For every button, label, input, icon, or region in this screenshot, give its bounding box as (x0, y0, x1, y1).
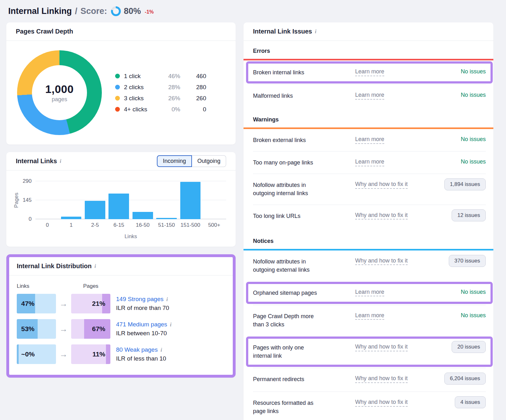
x-tick-label: 6-15 (107, 222, 131, 228)
bar-slots (35, 181, 226, 219)
bar-slot (59, 181, 83, 219)
legend-value: 260 (180, 95, 206, 102)
issue-help-link[interactable]: Why and how to fix it (355, 399, 408, 405)
info-icon[interactable]: i (166, 297, 168, 302)
issue-help-link[interactable]: Learn more (355, 136, 384, 143)
issue-count-badge[interactable]: 6,204 issues (444, 373, 486, 385)
internal-links-title-group: Internal Links i (16, 158, 61, 165)
issue-help-link[interactable]: Why and how to fix it (355, 375, 408, 382)
section-severity-bar (244, 59, 493, 60)
issue-count-badge[interactable]: 1,894 issues (444, 178, 486, 190)
issue-help-link[interactable]: Learn more (355, 68, 384, 75)
issue-help-link[interactable]: Why and how to fix it (355, 212, 408, 219)
internal-link-issues-card: Internal Link Issues i Errors Broken int… (244, 22, 493, 420)
issue-help-link[interactable]: Learn more (355, 92, 384, 98)
issue-help-link[interactable]: Learn more (355, 289, 384, 295)
issue-row: Broken external links Learn more No issu… (253, 129, 486, 151)
content-layout: Pages Crawl Depth 1,000 pages 1 click 46… (6, 22, 493, 420)
issue-label: Broken external links (253, 136, 321, 144)
section-rows: Nofollow attributes in outgoing external… (253, 250, 486, 420)
distribution-title: Internal Link Distribution (17, 262, 92, 270)
pages-link-row: 149 Strong pages i (116, 296, 169, 303)
x-tick-label: 16-50 (131, 222, 155, 228)
info-icon[interactable]: i (95, 263, 96, 269)
links-share-percent: 47% (21, 300, 34, 307)
links-share-bar: 53% (17, 319, 56, 339)
issue-label: Pages with only one internal link (253, 343, 321, 360)
no-issues-status: No issues (461, 289, 486, 295)
issue-row: Too many on-page links Learn more No iss… (253, 151, 486, 174)
issue-help-link[interactable]: Why and how to fix it (355, 343, 408, 350)
issue-help-link[interactable]: Learn more (355, 312, 384, 319)
incoming-outgoing-toggle: IncomingOutgoing (157, 155, 226, 167)
issue-count-badge[interactable]: 370 issues (449, 255, 486, 267)
no-issues-status: No issues (461, 136, 486, 142)
issue-help-link[interactable]: Learn more (355, 158, 384, 165)
internal-links-title: Internal Links (16, 158, 57, 165)
pages-group-link[interactable]: 80 Weak pages (116, 346, 158, 353)
links-share-bar: 47% (17, 294, 56, 313)
highlight-outline: Broken internal links Learn more No issu… (246, 61, 493, 83)
toggle-outgoing-button[interactable]: Outgoing (192, 155, 226, 167)
distribution-info: 149 Strong pages i ILR of more than 70 (116, 296, 169, 312)
legend-dot-icon (115, 85, 120, 90)
arrow-right-icon: → (56, 299, 71, 309)
issue-help-link[interactable]: Why and how to fix it (355, 181, 408, 188)
links-share-percent: ~0% (21, 350, 35, 358)
x-tick-label: 0 (35, 222, 59, 228)
ilr-description: ILR between 10-70 (116, 330, 171, 337)
issue-label: Malformed links (253, 92, 321, 100)
legend-value: 280 (180, 84, 206, 91)
score-delta-badge: -1% (145, 9, 154, 15)
pages-share-percent: 67% (92, 325, 105, 333)
distribution-body: Links Pages 47% → 21% 149 Strong pages i… (9, 275, 233, 375)
x-tick-label: 51-150 (155, 222, 178, 228)
issues-section-notices: Notices Nofollow attributes in outgoing … (253, 238, 486, 420)
issue-row: Orphaned sitemap pages Learn more No iss… (248, 284, 491, 302)
no-issues-status: No issues (461, 312, 486, 318)
ilr-description: ILR of more than 70 (116, 305, 169, 312)
pages-crawl-depth-body: 1,000 pages 1 click 46% 460 2 clicks 28%… (6, 41, 236, 145)
legend-label: 2 clicks (124, 84, 159, 91)
info-icon[interactable]: i (161, 347, 162, 353)
info-icon[interactable]: i (170, 322, 172, 327)
legend-value: 460 (180, 73, 206, 80)
pages-share-percent: 21% (92, 300, 105, 307)
issue-label: Broken internal links (253, 68, 321, 77)
info-icon[interactable]: i (60, 158, 61, 164)
issue-count-badge[interactable]: 20 issues (452, 341, 486, 353)
section-title: Notices (253, 238, 486, 244)
y-tick-label: 145 (23, 197, 32, 203)
donut-total-label: pages (52, 96, 67, 103)
issue-count-badge[interactable]: 4 issues (455, 396, 486, 408)
info-icon[interactable]: i (315, 29, 317, 34)
x-tick-label: 151-500 (178, 222, 202, 228)
links-column-header: Links (17, 283, 56, 289)
toggle-incoming-button[interactable]: Incoming (157, 155, 192, 167)
issue-result: 12 issues (452, 212, 486, 221)
issue-help-link[interactable]: Why and how to fix it (355, 257, 408, 264)
legend-item: 1 click 46% 460 (115, 73, 225, 80)
issue-result: No issues (461, 92, 486, 98)
score-gauge-icon (111, 6, 121, 16)
issue-label: Orphaned sitemap pages (253, 289, 321, 297)
x-axis-ticks: 012-56-1516-5051-150151-500500+ (35, 222, 226, 228)
issue-count-badge[interactable]: 12 issues (452, 209, 486, 221)
bar-slot (35, 181, 59, 219)
pages-share-bar: 11% (71, 344, 110, 364)
issue-label: Resources formatted as page links (253, 399, 321, 415)
plot-column: 012-56-1516-5051-150151-500500+ Links (35, 181, 226, 240)
pages-group-link[interactable]: 149 Strong pages (116, 296, 164, 303)
legend-percent: 28% (159, 84, 180, 91)
internal-link-distribution-card: Internal Link Distribution i Links Pages… (6, 254, 236, 378)
legend-percent: 26% (159, 95, 180, 102)
issues-body: Errors Broken internal links Learn more … (244, 41, 493, 420)
issues-section-warnings: Warnings Broken external links Learn mor… (253, 116, 486, 228)
x-axis-label: Links (35, 233, 226, 240)
issue-row: Nofollow attributes in outgoing internal… (253, 174, 486, 204)
section-title: Warnings (253, 116, 486, 123)
issue-label: Nofollow attributes in outgoing internal… (253, 181, 321, 197)
issue-result: 4 issues (455, 399, 486, 408)
pages-group-link[interactable]: 471 Medium pages (116, 321, 167, 328)
x-tick-label: 2-5 (83, 222, 107, 228)
